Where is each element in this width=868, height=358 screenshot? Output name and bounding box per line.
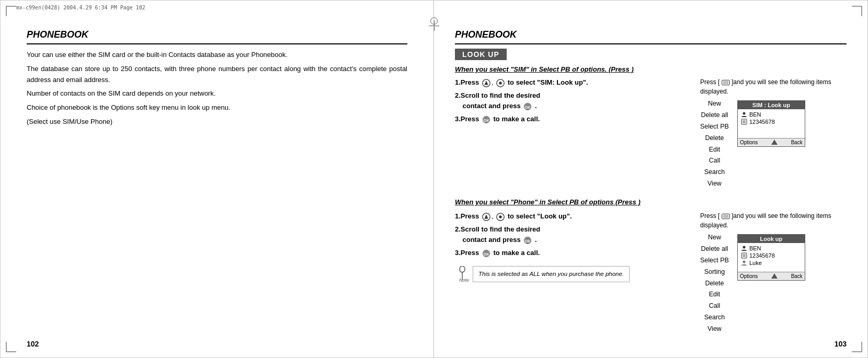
nav-icon-3 bbox=[482, 212, 491, 222]
footer-back-1: Back bbox=[791, 140, 803, 145]
section1-info: Press [ ]and you will see the following … bbox=[700, 77, 847, 190]
person-icon-2 bbox=[741, 245, 747, 251]
section2-step1: 1.Press , to select "Look up". bbox=[455, 211, 695, 222]
section2-steps-container: 1.Press , to select "Look up". 2.Scroll … bbox=[455, 211, 847, 335]
nav-icon-1 bbox=[482, 78, 491, 88]
nav-icon-4 bbox=[496, 212, 505, 222]
phone-screen-1-footer: Options Back bbox=[738, 138, 805, 146]
right-page: PHONEBOOK LOOK UP When you select "SIM" … bbox=[434, 1, 867, 358]
section1-press-desc: Press [ ]and you will see the following … bbox=[700, 77, 847, 96]
left-page-content: Your can use either the SIM card or the … bbox=[27, 50, 407, 128]
note-icon: Note bbox=[455, 266, 470, 285]
footer-options-2: Options bbox=[740, 273, 758, 279]
page-number-right: 103 bbox=[835, 340, 847, 348]
phone-row-luke: Luke bbox=[741, 260, 802, 266]
menu-icon-1 bbox=[722, 79, 730, 86]
footer-options-1: Options bbox=[740, 140, 758, 145]
phone-row-number2: 12345678 bbox=[741, 252, 802, 259]
section2-menu-list: NewDelete allSelect PBSortingDeleteEditC… bbox=[700, 232, 729, 335]
left-para-2: The database can store up to 250 contact… bbox=[27, 64, 407, 86]
svg-text:Note: Note bbox=[459, 278, 469, 283]
note-box: This is selected as ALL when you purchas… bbox=[473, 266, 630, 282]
section1-step3: 3.Press OK to make a call. bbox=[455, 114, 695, 124]
section2-heading: When you select "Phone" in Select PB of … bbox=[455, 198, 847, 206]
svg-point-21 bbox=[499, 215, 501, 218]
phone-screen-2-body: BEN 12345678 Luke bbox=[738, 243, 805, 272]
person-icon-1 bbox=[741, 111, 747, 118]
ok-icon-3: OK bbox=[523, 236, 532, 245]
phone-row-ben2: BEN bbox=[741, 245, 802, 251]
section1-menu-list: NewDelete allSelect PBDeleteEditCallSear… bbox=[700, 98, 729, 190]
page-number-left: 102 bbox=[27, 340, 39, 348]
phone-icon-1 bbox=[741, 119, 747, 125]
menu-icon-2 bbox=[722, 213, 730, 220]
svg-text:OK: OK bbox=[484, 118, 490, 123]
left-page-title: PHONEBOOK bbox=[27, 29, 407, 44]
left-para-1: Your can use either the SIM card or the … bbox=[27, 50, 407, 61]
phone-row-number1: 12345678 bbox=[741, 119, 802, 125]
phone-num-1: 12345678 bbox=[749, 119, 775, 125]
ok-icon-1: OK bbox=[523, 102, 532, 111]
phone-icon-2 bbox=[741, 252, 747, 259]
footer-back-2: Back bbox=[791, 273, 803, 279]
page-container: mx-c99en(0428) 2004.4.29 6:34 PM Page 10… bbox=[0, 0, 868, 358]
section2-info: Press [ ]and you will see the following … bbox=[700, 211, 847, 335]
section2-press-desc: Press [ ]and you will see the following … bbox=[700, 211, 847, 230]
section1-step2: 2.Scroll to find the desired contact and… bbox=[455, 90, 695, 111]
left-page: PHONEBOOK Your can use either the SIM ca… bbox=[1, 1, 434, 358]
svg-point-33 bbox=[743, 246, 745, 249]
note-text: This is selected as ALL when you purchas… bbox=[478, 271, 624, 277]
svg-text:OK: OK bbox=[525, 238, 531, 243]
section1-menu-area: NewDelete allSelect PBDeleteEditCallSear… bbox=[700, 98, 847, 190]
phone-name-luke: Luke bbox=[749, 260, 762, 266]
svg-marker-1 bbox=[484, 80, 488, 85]
section2-steps-text: 1.Press , to select "Look up". 2.Scroll … bbox=[455, 211, 695, 335]
person-icon-3 bbox=[741, 260, 747, 266]
phone-name-ben2: BEN bbox=[749, 245, 761, 251]
phone-name-ben: BEN bbox=[749, 111, 761, 118]
svg-point-38 bbox=[743, 261, 745, 263]
phone-screen-2: Look up BEN 12345678 bbox=[737, 234, 805, 281]
note-area: Note This is selected as ALL when you pu… bbox=[455, 266, 664, 285]
left-para-4: Choice of phonebook is the Options soft … bbox=[27, 102, 407, 113]
nav-icon-2 bbox=[496, 78, 505, 88]
arrow-icon-1 bbox=[771, 140, 778, 145]
phone-screen-1-body: BEN 12345678 bbox=[738, 109, 805, 138]
svg-marker-19 bbox=[484, 214, 488, 218]
ok-icon-2: OK bbox=[482, 115, 491, 124]
svg-marker-17 bbox=[771, 140, 778, 145]
phone-screen-2-footer: Options Back bbox=[738, 272, 805, 280]
left-para-5: (Select use SIM/Use Phone) bbox=[27, 117, 407, 128]
phone-screen-2-title: Look up bbox=[738, 235, 805, 243]
svg-point-26 bbox=[460, 266, 465, 272]
phone-screen-1: SIM : Look up BEN 12345678 bbox=[737, 100, 805, 147]
svg-text:OK: OK bbox=[525, 105, 531, 109]
arrow-icon-2 bbox=[771, 273, 778, 279]
note-image-icon: Note bbox=[455, 266, 470, 283]
svg-text:OK: OK bbox=[484, 252, 490, 257]
section2-step3: 3.Press OK to make a call. bbox=[455, 248, 695, 258]
phone-num-2: 12345678 bbox=[749, 252, 775, 259]
look-up-badge: LOOK UP bbox=[455, 49, 507, 60]
left-para-3: Number of contacts on the SIM card depen… bbox=[27, 88, 407, 99]
section1-step1: 1.Press , to select "SIM: Look up". bbox=[455, 77, 695, 88]
svg-point-3 bbox=[499, 82, 501, 84]
section1-steps-text: 1.Press , to select "SIM: Look up". 2.Sc… bbox=[455, 77, 695, 190]
svg-marker-39 bbox=[771, 273, 778, 279]
phone-screen-1-title: SIM : Look up bbox=[738, 101, 805, 109]
ok-icon-4: OK bbox=[482, 249, 491, 258]
section2-step2: 2.Scroll to find the desired contact and… bbox=[455, 224, 695, 245]
right-page-title: PHONEBOOK bbox=[455, 29, 847, 44]
phone-row-ben: BEN bbox=[741, 111, 802, 118]
section1-heading: When you select "SIM" in Select PB of op… bbox=[455, 65, 847, 73]
svg-point-12 bbox=[743, 112, 745, 115]
section1-steps-container: 1.Press , to select "SIM: Look up". 2.Sc… bbox=[455, 77, 847, 190]
section2-divider: When you select "Phone" in Select PB of … bbox=[455, 198, 847, 206]
section2-menu-area: NewDelete allSelect PBSortingDeleteEditC… bbox=[700, 232, 847, 335]
